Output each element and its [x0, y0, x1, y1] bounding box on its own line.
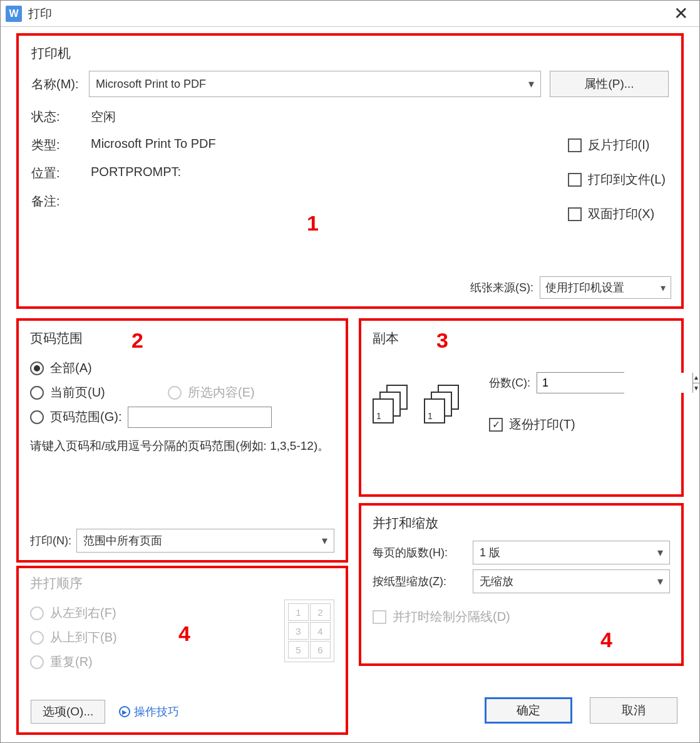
per-sheet-value: 1 版 [480, 545, 500, 560]
options-button[interactable]: 选项(O)... [31, 700, 105, 724]
page-range-section: 页码范围 全部(A) 当前页(U) 所选内容(E) 页码范围(G): 请键入页码… [16, 318, 348, 563]
scale-value: 无缩放 [480, 574, 513, 589]
order-ltr-radio: 从左到右(F) [30, 605, 116, 621]
annotation-1: 1 [307, 211, 319, 236]
status-value: 空闲 [91, 108, 669, 125]
print-what-value: 范围中所有页面 [83, 533, 162, 548]
app-icon: W [6, 6, 22, 22]
paper-source-dropdown[interactable]: 使用打印机设置 [540, 276, 671, 299]
order-ttb-radio: 从上到下(B) [30, 629, 117, 646]
range-pages-radio[interactable]: 页码范围(G): [30, 408, 121, 425]
printer-name-value: Microsoft Print to PDF [96, 78, 206, 91]
print-dialog: W 打印 ✕ 打印机 名称(M): Microsoft Print to PDF… [0, 0, 700, 743]
printer-name-dropdown[interactable]: Microsoft Print to PDF [89, 71, 541, 97]
copies-heading: 副本 [373, 330, 670, 347]
comment-label: 备注: [31, 193, 91, 210]
close-icon[interactable]: ✕ [667, 3, 694, 24]
invert-print-checkbox[interactable]: 反片打印(I) [568, 137, 666, 153]
spin-down-icon[interactable]: ▼ [693, 383, 699, 393]
copies-label: 份数(C): [489, 375, 530, 390]
tips-link[interactable]: ▶ 操作技巧 [119, 704, 179, 719]
range-all-radio[interactable]: 全部(A) [30, 360, 92, 377]
paper-source-label: 纸张来源(S): [470, 280, 533, 295]
annotation-4b: 4 [600, 628, 612, 652]
order-repeat-radio: 重复(R) [30, 653, 93, 670]
scale-label: 按纸型缩放(Z): [373, 574, 473, 589]
play-icon: ▶ [119, 706, 130, 717]
copies-spinner[interactable]: ▲▼ [537, 372, 624, 393]
per-sheet-dropdown[interactable]: 1 版 [473, 541, 670, 564]
ok-button[interactable]: 确定 [485, 697, 572, 724]
order-preview-icon: 12 34 56 [284, 600, 334, 662]
paper-source-value: 使用打印机设置 [545, 280, 624, 295]
page-range-hint: 请键入页码和/或用逗号分隔的页码范围(例如: 1,3,5-12)。 [30, 437, 334, 455]
page-range-input[interactable] [128, 407, 272, 428]
properties-button[interactable]: 属性(P)... [550, 71, 669, 97]
duplex-checkbox[interactable]: 双面打印(X) [568, 205, 666, 222]
print-order-heading: 并打顺序 [30, 574, 334, 592]
printer-section: 打印机 名称(M): Microsoft Print to PDF 属性(P).… [16, 33, 684, 309]
annotation-3: 3 [436, 328, 448, 353]
annotation-4a: 4 [178, 621, 190, 646]
scaling-heading: 并打和缩放 [373, 514, 670, 532]
cancel-button[interactable]: 取消 [590, 697, 677, 724]
scale-dropdown[interactable]: 无缩放 [473, 569, 670, 593]
annotation-2: 2 [131, 328, 143, 353]
location-label: 位置: [31, 165, 91, 182]
printer-heading: 打印机 [31, 44, 669, 62]
status-label: 状态: [31, 108, 91, 125]
copies-section: 副本 321 321 份数(C): ▲▼ [359, 318, 684, 497]
printer-name-label: 名称(M): [31, 76, 89, 93]
print-to-file-checkbox[interactable]: 打印到文件(L) [568, 171, 666, 188]
scaling-section: 并打和缩放 每页的版数(H): 1 版 按纸型缩放(Z): 无缩放 并打时绘制分… [359, 503, 684, 666]
draw-border-checkbox: 并打时绘制分隔线(D) [373, 608, 510, 625]
titlebar: W 打印 ✕ [1, 1, 699, 27]
per-sheet-label: 每页的版数(H): [373, 545, 473, 560]
range-current-radio[interactable]: 当前页(U) [30, 384, 168, 401]
print-what-dropdown[interactable]: 范围中所有页面 [76, 529, 334, 553]
page-range-heading: 页码范围 [30, 330, 334, 347]
range-selection-radio: 所选内容(E) [168, 384, 255, 401]
dialog-title: 打印 [28, 6, 667, 22]
spin-up-icon[interactable]: ▲ [693, 373, 699, 383]
type-label: 类型: [31, 137, 91, 153]
collate-checkbox[interactable]: ✓逐份打印(T) [489, 416, 624, 433]
copies-input[interactable] [537, 373, 692, 393]
print-what-label: 打印(N): [30, 533, 71, 548]
collate-icon: 321 321 [373, 385, 464, 425]
